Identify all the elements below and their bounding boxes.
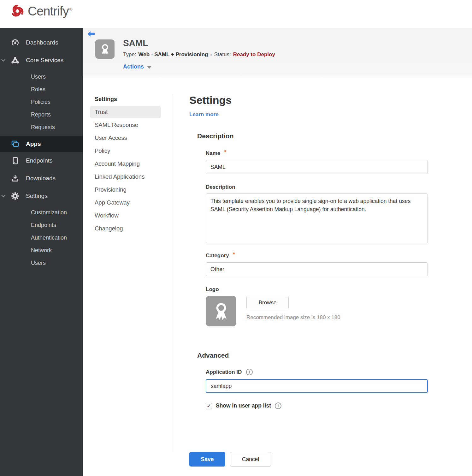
content-body: Settings Trust SAML Response User Access…	[83, 79, 472, 452]
content-area: SAML Type: Web - SAML + Provisioning • S…	[83, 28, 472, 476]
subnav-item-policy[interactable]: Policy	[90, 145, 161, 157]
show-in-user-app-list-label: Show in user app list	[216, 402, 271, 409]
app-header: SAML Type: Web - SAML + Provisioning • S…	[83, 28, 472, 79]
sidebar-item-endpoints[interactable]: Endpoints	[0, 152, 83, 170]
name-field[interactable]	[206, 160, 428, 174]
advanced-form: Application ID i ✓ Show in user app list…	[206, 369, 472, 409]
browse-button[interactable]: Browse	[246, 296, 289, 309]
sidebar-item-policies[interactable]: Policies	[0, 96, 83, 108]
form-footer: Save Cancel	[189, 452, 472, 473]
sidebar-item-label: Downloads	[26, 175, 56, 182]
sidebar: Dashboards Core Services Users	[0, 28, 83, 476]
page-title: Settings	[189, 94, 472, 106]
back-arrow-icon[interactable]	[87, 31, 95, 38]
name-label: Name	[206, 150, 220, 157]
app-title: SAML	[123, 38, 148, 48]
page: Centrify® Dashboards	[0, 0, 472, 476]
status-value: Ready to Deploy	[233, 51, 275, 58]
category-field[interactable]	[206, 262, 428, 276]
settings-submenu: Customization Endpoints Authentication N…	[0, 205, 83, 272]
sidebar-item-roles[interactable]: Roles	[0, 83, 83, 96]
subnav-item-user-access[interactable]: User Access	[90, 132, 161, 144]
subnav-header: Settings	[90, 94, 161, 106]
chevron-down-icon[interactable]	[1, 59, 6, 62]
subnav-item-linked-applications[interactable]: Linked Applications	[90, 170, 161, 183]
app-logo	[95, 39, 115, 59]
sidebar-item-authentication[interactable]: Authentication	[0, 231, 83, 244]
save-button[interactable]: Save	[189, 452, 225, 467]
sidebar-item-settings-endpoints[interactable]: Endpoints	[0, 219, 83, 231]
app-meta: Type: Web - SAML + Provisioning • Status…	[123, 51, 275, 58]
learn-more-link[interactable]: Learn more	[189, 111, 219, 118]
info-icon[interactable]: i	[275, 402, 281, 409]
subnav-item-saml-response[interactable]: SAML Response	[90, 119, 161, 131]
sidebar-item-network[interactable]: Network	[0, 244, 83, 257]
type-value: Web - SAML + Provisioning	[139, 51, 208, 58]
sidebar-item-users[interactable]: Users	[0, 70, 83, 83]
description-form: Name * Description This template enables…	[206, 150, 472, 326]
application-id-field[interactable]	[206, 379, 428, 393]
sidebar-item-core-services[interactable]: Core Services	[0, 51, 83, 69]
sidebar-item-downloads[interactable]: Downloads	[0, 170, 83, 187]
meta-separator: •	[210, 52, 212, 57]
apps-icon	[11, 140, 19, 148]
sidebar-item-label: Dashboards	[26, 39, 58, 46]
gauge-icon	[11, 39, 19, 47]
category-label: Category	[206, 253, 229, 259]
description-section-heading: Description	[197, 132, 472, 140]
sidebar-item-customization[interactable]: Customization	[0, 206, 83, 219]
core-services-submenu: Users Roles Policies Reports Requests	[0, 69, 83, 136]
sidebar-item-apps[interactable]: Apps	[0, 136, 83, 152]
brand-name: Centrify®	[28, 4, 72, 18]
required-asterisk: *	[233, 251, 235, 258]
settings-panel: Settings Learn more Description Name * D…	[173, 94, 472, 452]
device-icon	[11, 157, 19, 165]
sidebar-item-requests[interactable]: Requests	[0, 121, 83, 134]
sidebar-item-label: Apps	[26, 140, 41, 147]
type-label: Type:	[123, 51, 136, 58]
centrify-swirl-icon	[9, 3, 25, 19]
subnav-item-trust[interactable]: Trust	[90, 106, 161, 118]
caret-down-icon	[147, 66, 152, 69]
chevron-down-icon[interactable]	[1, 194, 6, 198]
application-id-label: Application ID	[206, 369, 242, 375]
logo-preview	[206, 296, 236, 326]
subnav-item-app-gateway[interactable]: App Gateway	[90, 196, 161, 209]
cancel-button[interactable]: Cancel	[230, 452, 271, 467]
advanced-section-heading: Advanced	[197, 352, 472, 359]
sidebar-item-reports[interactable]: Reports	[0, 108, 83, 121]
logo-label: Logo	[206, 286, 219, 293]
required-asterisk: *	[224, 149, 226, 156]
subnav-item-account-mapping[interactable]: Account Mapping	[90, 158, 161, 170]
description-label: Description	[206, 184, 235, 190]
checkmark-icon: ✓	[207, 403, 211, 408]
info-icon[interactable]: i	[246, 369, 253, 375]
gear-icon	[11, 192, 19, 200]
status-label: Status:	[214, 51, 231, 58]
sidebar-item-settings-users[interactable]: Users	[0, 257, 83, 269]
sidebar-item-label: Core Services	[26, 57, 63, 64]
logo-size-hint: Recommended image size is 180 x 180	[246, 314, 340, 321]
download-icon	[11, 174, 19, 182]
ribbon-icon	[210, 300, 232, 322]
subnav-item-provisioning[interactable]: Provisioning	[90, 183, 161, 196]
description-field[interactable]: This template enables you to provide sin…	[206, 193, 428, 243]
actions-label: Actions	[123, 63, 144, 70]
centrify-logo: Centrify®	[9, 3, 72, 19]
registered-mark: ®	[69, 7, 72, 12]
sidebar-item-label: Settings	[26, 193, 48, 199]
sidebar-item-settings[interactable]: Settings	[0, 187, 83, 205]
sidebar-item-dashboards[interactable]: Dashboards	[0, 34, 83, 51]
actions-dropdown[interactable]: Actions	[123, 63, 152, 70]
ribbon-icon	[98, 42, 112, 56]
subnav-item-changelog[interactable]: Changelog	[90, 222, 161, 235]
core-services-icon	[11, 56, 19, 64]
show-in-user-app-list-checkbox[interactable]: ✓	[206, 403, 212, 409]
sidebar-item-label: Endpoints	[26, 157, 53, 164]
app-settings-subnav: Settings Trust SAML Response User Access…	[83, 94, 173, 452]
subnav-item-workflow[interactable]: Workflow	[90, 209, 161, 222]
top-bar: Centrify®	[0, 0, 472, 28]
